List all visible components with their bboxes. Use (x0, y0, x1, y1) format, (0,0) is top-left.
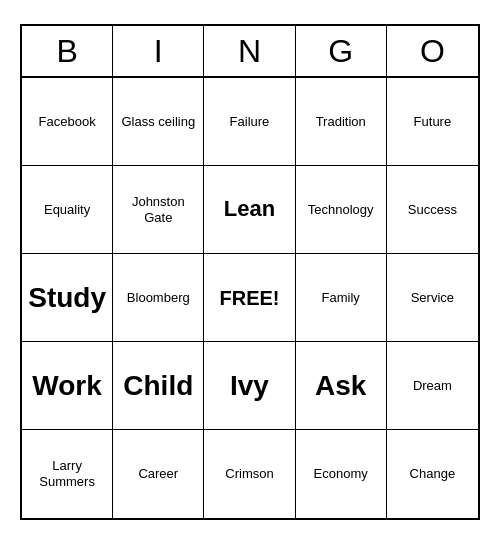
bingo-cell: Crimson (204, 430, 295, 518)
bingo-cell: Tradition (296, 78, 387, 166)
bingo-cell: Dream (387, 342, 478, 430)
bingo-cell: Service (387, 254, 478, 342)
bingo-cell: Failure (204, 78, 295, 166)
bingo-cell: Change (387, 430, 478, 518)
bingo-cell: Ask (296, 342, 387, 430)
bingo-cell: Larry Summers (22, 430, 113, 518)
bingo-cell: Family (296, 254, 387, 342)
header-letter: G (296, 26, 387, 76)
bingo-cell: Study (22, 254, 113, 342)
bingo-card: BINGO FacebookGlass ceilingFailureTradit… (20, 24, 480, 520)
bingo-cell: Glass ceiling (113, 78, 204, 166)
bingo-cell: Johnston Gate (113, 166, 204, 254)
header-letter: O (387, 26, 478, 76)
bingo-cell: Future (387, 78, 478, 166)
bingo-cell: Facebook (22, 78, 113, 166)
bingo-cell: Career (113, 430, 204, 518)
bingo-cell: Lean (204, 166, 295, 254)
bingo-cell: Economy (296, 430, 387, 518)
header-letter: N (204, 26, 295, 76)
bingo-cell: Child (113, 342, 204, 430)
bingo-cell: Equality (22, 166, 113, 254)
bingo-cell: FREE! (204, 254, 295, 342)
bingo-cell: Success (387, 166, 478, 254)
bingo-grid: FacebookGlass ceilingFailureTraditionFut… (22, 78, 478, 518)
bingo-cell: Technology (296, 166, 387, 254)
bingo-header: BINGO (22, 26, 478, 78)
header-letter: B (22, 26, 113, 76)
bingo-cell: Work (22, 342, 113, 430)
bingo-cell: Bloomberg (113, 254, 204, 342)
bingo-cell: Ivy (204, 342, 295, 430)
header-letter: I (113, 26, 204, 76)
